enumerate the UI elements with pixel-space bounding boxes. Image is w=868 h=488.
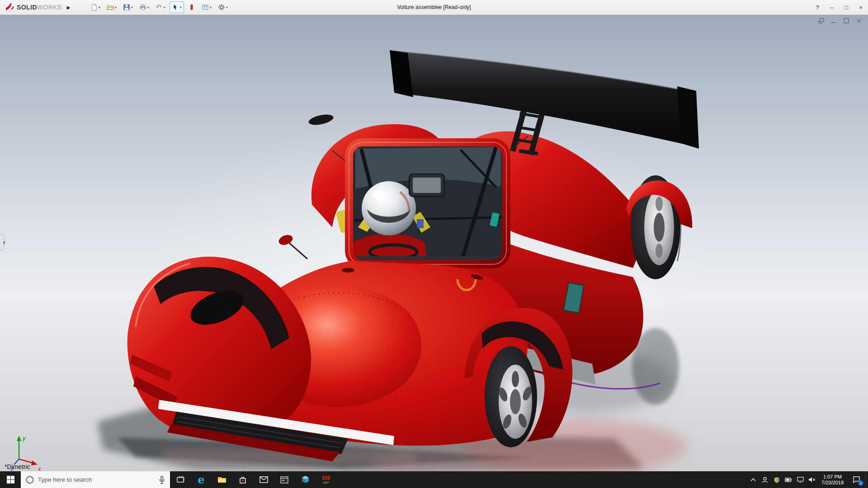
search-input[interactable] [38, 476, 155, 483]
cortana-icon [25, 475, 34, 484]
options-button[interactable]: ▾ [216, 1, 230, 13]
file-explorer-icon [217, 476, 226, 484]
tray-battery-button[interactable] [783, 471, 794, 488]
solidworks-brand: SOLIDWORKS [0, 2, 65, 12]
document-title: Voiture assemblee [Read-only] [397, 4, 471, 10]
view-orientation-label: *Dimetric [5, 463, 30, 470]
triad-y-label: y [22, 435, 26, 441]
doc-float-icon[interactable] [816, 17, 826, 25]
undo-icon [156, 4, 163, 11]
menu-flyout-arrow[interactable]: ▶ [65, 5, 73, 10]
shield-icon [774, 477, 780, 483]
triad-x-label: x [38, 465, 41, 471]
ds-logo-icon [5, 2, 14, 12]
close-button[interactable]: × [854, 0, 868, 14]
tray-defender-button[interactable] [771, 471, 783, 488]
cube-icon [301, 475, 310, 484]
doc-minimize-icon[interactable] [829, 17, 838, 25]
chevron-up-icon [750, 478, 756, 482]
undo-button[interactable]: ▾ [153, 1, 168, 13]
windows-logo-icon [7, 476, 14, 483]
solidworks-app-icon: SW 2017 [321, 475, 330, 484]
app-window-button[interactable] [274, 471, 295, 488]
document-window-controls [816, 17, 863, 25]
cockpit [335, 145, 504, 263]
panel-collapse-handle[interactable] [0, 234, 4, 250]
tray-network-button[interactable] [794, 471, 806, 488]
notification-badge: 3 [858, 480, 863, 486]
system-tray: 1:07 PM 7/23/2018 3 [747, 471, 868, 488]
print-button[interactable]: ▾ [137, 1, 151, 13]
edge-button[interactable]: e [191, 471, 212, 488]
new-document-icon [90, 4, 98, 11]
window-controls: ? – □ × [810, 0, 868, 14]
store-bag-icon [239, 476, 247, 484]
open-button[interactable]: ▾ [104, 1, 119, 13]
tray-time: 1:07 PM [823, 474, 842, 480]
task-view-button[interactable] [170, 471, 191, 488]
brand-name: SOLIDWORKS [17, 4, 62, 11]
show-desktop-button[interactable] [865, 471, 868, 488]
graphics-viewport[interactable]: y x z *Dimetric [0, 15, 868, 471]
battery-icon [785, 478, 792, 482]
sheet-format-icon [202, 4, 209, 11]
taskbar-search[interactable] [21, 471, 170, 488]
file-explorer-button[interactable] [212, 471, 232, 488]
start-button[interactable] [0, 471, 21, 488]
edrawings-button[interactable] [295, 471, 316, 488]
print-icon [139, 4, 146, 11]
app-titlebar: SOLIDWORKS ▶ ▾ ▾ ▾ ▾ ▾ ▾ [0, 0, 868, 15]
rear-wing [390, 50, 699, 149]
front-right-wheel [485, 346, 537, 447]
gear-icon [218, 4, 225, 11]
minimize-button[interactable]: – [825, 0, 839, 14]
doc-close-icon[interactable] [854, 17, 863, 25]
tray-user-button[interactable] [759, 471, 771, 488]
action-center-button[interactable]: 3 [847, 471, 865, 488]
doc-maximize-icon[interactable] [842, 17, 851, 25]
app-window-icon [280, 476, 288, 483]
quick-access-toolbar: ▾ ▾ ▾ ▾ ▾ ▾ ▾ ▾ [88, 1, 230, 13]
tray-clock[interactable]: 1:07 PM 7/23/2018 [818, 471, 847, 488]
mail-icon [259, 476, 268, 483]
save-button[interactable]: ▾ [121, 1, 135, 13]
maximize-button[interactable]: □ [839, 0, 854, 14]
solidworks-app-button[interactable]: SW 2017 [316, 471, 336, 488]
speaker-muted-icon [808, 477, 816, 483]
select-tool-button[interactable]: ▾ [170, 1, 184, 13]
microphone-icon[interactable] [158, 476, 165, 484]
tray-volume-button[interactable] [806, 471, 818, 488]
network-icon [797, 477, 804, 483]
color-swatch-icon [188, 4, 195, 11]
race-car-3d-render[interactable]: y x z [0, 15, 868, 471]
new-document-button[interactable]: ▾ [88, 1, 103, 13]
sheet-format-button[interactable]: ▾ [199, 1, 214, 13]
select-cursor-icon [172, 4, 179, 11]
mail-button[interactable] [253, 471, 274, 488]
help-button[interactable]: ? [810, 0, 825, 14]
open-folder-icon [107, 4, 114, 11]
store-button[interactable] [232, 471, 253, 488]
edge-icon: e [198, 473, 204, 486]
save-icon [123, 4, 130, 11]
user-icon [762, 477, 768, 483]
task-view-icon [176, 476, 184, 484]
windows-taskbar: e SW 2 [0, 471, 868, 488]
tray-expand-button[interactable] [747, 471, 759, 488]
tray-date: 7/23/2018 [821, 480, 844, 486]
color-swatch-button[interactable] [186, 1, 198, 13]
